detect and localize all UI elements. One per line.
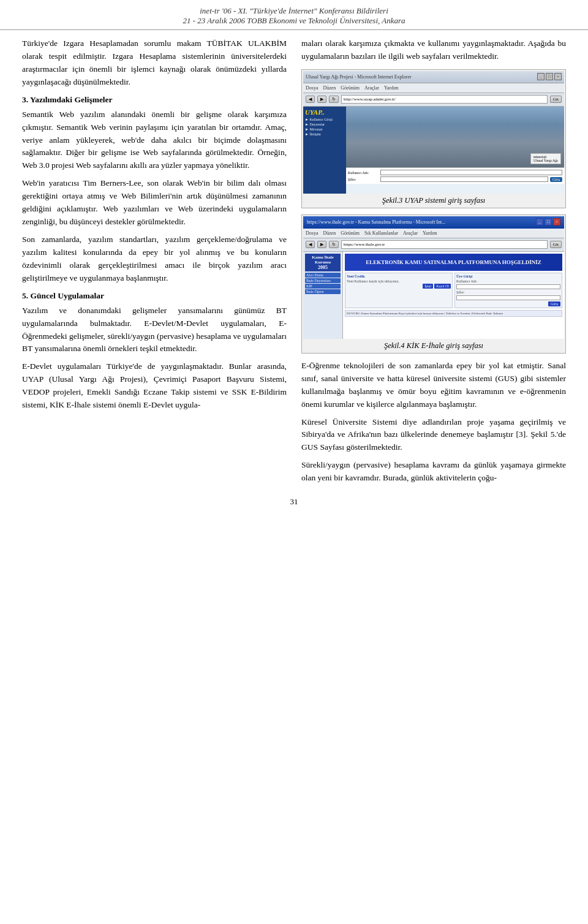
kik-nav-item2[interactable]: İhale Duyuruları [305,278,341,283]
left-p1: Türkiye'de Izgara Hesaplamadan sorumlu m… [22,37,287,89]
right-p3: Küresel Üniversite Sistemi diye adlandır… [301,416,566,455]
uyap-url-text: http://www.uyap.adalet.gov.tr/ [344,97,396,102]
uyap-menu-duzen[interactable]: Düzen [323,85,336,91]
uyap-menu-yardim[interactable]: Yardım [384,85,399,91]
uyap-password-input[interactable] [380,176,548,182]
left-p5: Yazılım ve donanımdaki gelişmeler yansım… [22,305,287,356]
kik-url-text: https://www.ihale.gov.tr [344,242,385,247]
kik-nav-item4[interactable]: İhale Öğren [305,289,341,294]
left-column: Türkiye'de Izgara Hesaplamadan sorumlu m… [22,37,287,490]
kik-url-bar[interactable]: https://www.ihale.gov.tr [341,240,548,249]
kik-login-btn-row: Giriş [456,301,560,306]
uyap-back-btn[interactable]: ◀ [306,96,315,103]
kik-go-btn[interactable]: Git [550,241,562,248]
kik-section1-btns: İptal Kayıt Ol [347,284,451,289]
uyap-nav-item4[interactable]: ► İletişim [305,132,344,136]
kik-menu-yardim[interactable]: Yardım [423,230,437,236]
uyap-minimize-btn[interactable]: _ [537,73,545,80]
kik-addressbar: ◀ ▶ ↻ https://www.ihale.gov.tr Git [303,238,564,252]
kik-menu-dosya[interactable]: Dosya [306,230,318,236]
figure4-caption: Şekil.4 KİK E-İhale giriş sayfası [303,339,564,352]
uyap-close-btn[interactable]: × [554,73,562,80]
uyap-nav-item3[interactable]: ► Mevzuat [305,127,344,131]
uyap-go-btn[interactable]: Git [550,96,562,103]
uyap-username-input[interactable] [380,170,562,175]
kik-menu-araclar[interactable]: Araçlar [403,230,418,236]
kik-giris-btn[interactable]: Giriş [548,301,560,306]
section3-heading: 3. Yazılımdaki Gelişmeler [22,95,287,105]
right-p2: E-Öğrenme teknolojileri de son zamanlard… [301,360,566,411]
figure3-image: Ulusal Yargı Ağı Projesi - Microsoft Int… [303,71,564,194]
right-p4: Sürekli/yaygın (pervasive) hesaplama kav… [301,459,566,485]
uyap-menu-araclar[interactable]: Araçlar [364,85,379,91]
kik-menubar: Dosya Düzen Görünüm Sık Kullanılanlar Ar… [303,229,564,238]
kik-sub-sections: Yeni Üyelik Yeni Kullanıcı kaydı için tı… [345,273,562,308]
figure4-image: https://www.ihale.gov.tr - Kamu Satınalm… [303,216,564,339]
kik-back-btn[interactable]: ◀ [306,241,315,248]
kik-section2: Üye Girişi Kullanıcı Adı: Şifre: Giriş [454,273,562,308]
kik-close-btn[interactable]: × [553,218,560,225]
kik-section1-title: Yeni Üyelik [347,275,451,278]
right-column: maları olarak karşımıza çıkmakta ve kull… [301,37,566,490]
kik-iptal-btn[interactable]: İptal [423,284,433,289]
kik-bottom-links: DUYURU: Kamu Satınalma Platformuna Kayıt… [345,310,562,317]
kik-sidebar: Kamu İhale Kurumu 2005 Alıcı Dostu İhale… [303,252,343,339]
figure3-box: Ulusal Yargı Ağı Projesi - Microsoft Int… [301,69,566,208]
uyap-password-row: Şifre: Giriş [348,176,562,182]
conference-line2: 21 - 23 Aralık 2006 TOBB Ekonomi ve Tekn… [24,16,564,26]
kik-fwd-btn[interactable]: ▶ [317,241,326,248]
kik-refresh-btn[interactable]: ↻ [329,241,339,248]
uyap-menubar: Dosya Düzen Görünüm Araçlar Yardım [303,83,564,93]
kik-section1-desc: Yeni Kullanıcı kaydı için tıklayınız. [347,279,451,283]
figure4-box: https://www.ihale.gov.tr - Kamu Satınalm… [301,214,566,354]
kik-restore-btn[interactable]: □ [545,218,552,225]
uyap-page-content: UYAP.. ► Kullanıcı Girişi ► Duyurular ► … [303,107,564,194]
figure3-caption: Şekil.3 UYAP sistemi giriş sayfası [303,194,564,206]
kik-kayit-btn[interactable]: Kayıt Ol [434,284,451,289]
left-p6: E-Devlet uygulamaları Türkiye'de de yayg… [22,360,287,412]
page-number: 31 [0,490,588,509]
kik-password-label: Şifre: [456,290,560,294]
uyap-main-area: teknoloji Ulusal Yargı Ağı Kullanıcı Adı… [346,107,564,194]
kik-nav-item3[interactable]: KİP [305,284,341,289]
page-header: inet-tr '06 - XI. "Türkiye'de İnternet" … [0,0,588,30]
kik-minimize-btn[interactable]: _ [536,218,543,225]
kik-nav-item1[interactable]: Alıcı Dostu [305,273,341,278]
kik-titlebar: https://www.ihale.gov.tr - Kamu Satınalm… [303,216,564,229]
kik-main-content: ELEKTRONİK KAMU SATINALMA PLATFORMUNA HO… [343,252,564,339]
kik-header-bar: ELEKTRONİK KAMU SATINALMA PLATFORMUNA HO… [345,254,562,271]
kik-menu-sik[interactable]: Sık Kullanılanlar [364,230,398,236]
uyap-menu-dosya[interactable]: Dosya [306,85,318,91]
uyap-login-form: Kullanıcı Adı: Şifre: Giriş [346,167,564,184]
kik-logo: Kamu İhale Kurumu 2005 [305,254,341,271]
uyap-nav-item1[interactable]: ► Kullanıcı Girişi [305,118,344,121]
uyap-titlebar: Ulusal Yargı Ağı Projesi - Microsoft Int… [303,71,564,83]
uyap-url-bar[interactable]: http://www.uyap.adalet.gov.tr/ [341,95,548,104]
left-p4: Son zamanlarda, yazılım standartları, ya… [22,233,287,285]
uyap-refresh-btn[interactable]: ↻ [329,96,339,103]
kik-logo-year: 2005 [306,265,339,270]
uyap-badge-text2: Ulusal Yargı Ağı [533,159,558,162]
uyap-menu-gorunum[interactable]: Görünüm [341,85,360,91]
uyap-login-btn[interactable]: Giriş [550,177,562,182]
uyap-logo: UYAP.. [305,108,344,116]
kik-username-input[interactable] [456,284,560,289]
uyap-nav-item2[interactable]: ► Duyurular [305,123,344,126]
uyap-username-row: Kullanıcı Adı: [348,170,562,175]
kik-menu-duzen[interactable]: Düzen [323,230,336,236]
kik-password-input[interactable] [456,295,560,300]
uyap-username-label: Kullanıcı Adı: [348,171,379,175]
right-p1: maları olarak karşımıza çıkmakta ve kull… [301,37,566,63]
uyap-restore-btn[interactable]: □ [546,73,553,80]
kik-page-content: Kamu İhale Kurumu 2005 Alıcı Dostu İhale… [303,252,564,339]
kik-section1: Yeni Üyelik Yeni Kullanıcı kaydı için tı… [345,273,453,308]
uyap-password-label: Şifre: [348,178,379,181]
kik-title-text: https://www.ihale.gov.tr - Kamu Satınalm… [307,219,445,225]
main-content: Türkiye'de Izgara Hesaplamadan sorumlu m… [0,37,588,490]
kik-header-text: ELEKTRONİK KAMU SATINALMA PLATFORMUNA HO… [366,259,541,265]
conference-line1: inet-tr '06 - XI. "Türkiye'de İnternet" … [24,6,564,16]
uyap-fwd-btn[interactable]: ▶ [317,96,326,103]
left-p2: Semantik Web yazılım alanındaki önemli b… [22,108,287,173]
kik-menu-gorunum[interactable]: Görünüm [341,230,360,236]
uyap-leftnav: UYAP.. ► Kullanıcı Girişi ► Duyurular ► … [303,107,346,194]
